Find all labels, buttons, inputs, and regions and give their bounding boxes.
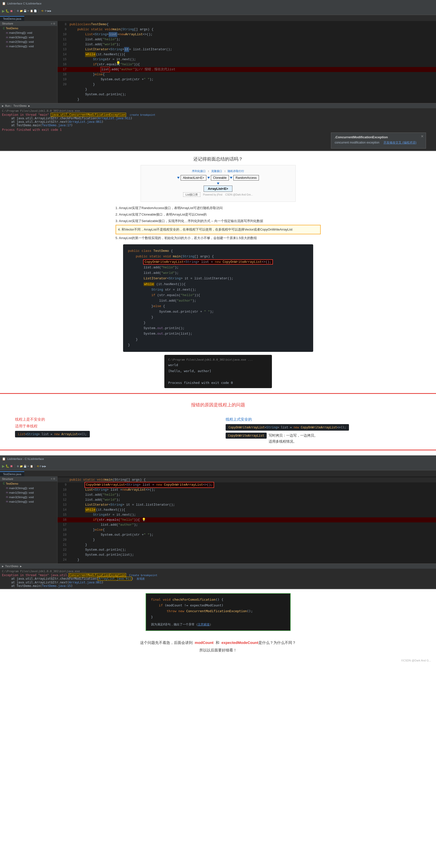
bottom-ide-body: Structure ≡ ⚙ C TestDemo m main3(String[… [0,476,436,563]
run-icon[interactable]: ▶ [2,9,5,13]
bottom-struct-main[interactable]: m main3(String[]): void [0,486,57,490]
b-line-12: 12 list.add("world"); [58,497,436,502]
bottom-line-1: 这个问题先不着急，后面会讲到 modCount 和 expectedModeCo… [10,639,426,646]
lightbulb-icon[interactable]: 💡 [116,61,120,65]
divider-red [0,393,436,394]
diagram-section: 序列化接口 ↑ 克隆接口 ↑ 随机存取行行 AbstractList<E> Cl… [141,165,296,202]
popup-close[interactable]: ✕ [421,134,424,138]
code-line-17: 17 list.add("author"); // 报错，报在次代list [58,67,436,72]
code-line-9: 9 public static void main(String[] args)… [58,27,436,32]
exception-code-block: final void checkForComodification() { if… [146,593,291,631]
note-4-highlight: 4. 和Vector不同，ArrayList不是线程安全的，在单线程下可以使用，… [116,225,321,234]
ide-window-icon: 📋 [2,2,6,5]
info-right: 线程上式安全的 CopyOnWriteArrayList<String> lis… [226,416,421,445]
code-block-1: public class TestDemo { public static vo… [123,244,313,352]
ide-popup: .ConcurrentModificationException ✕ concu… [331,132,426,149]
info-left: 线程上是不安全的 适用于单线程 List<String> list = new … [15,416,211,437]
lightbulb-icon-2[interactable]: 💡 [142,518,146,522]
code-line-11: 11 list.add("hello"); [58,37,436,42]
run-header: ▶ Run: TestDemo ▶ [0,103,436,108]
b-line-24: 24 } [58,557,436,562]
bottom-code-tab[interactable]: TestDemo.java [0,471,24,476]
stop-icon[interactable]: ⏹ [10,9,13,13]
b-line-20: 20 } [58,537,436,542]
bottom-run-header: ▶ TestDemo ▶ [0,564,436,569]
bottom-error-2: at java.util.ArrayList$Itr.checkForModif… [2,577,434,581]
bottom-run-panel: ▶ TestDemo ▶ C:\Program Files\Java\jdk1.… [0,563,436,589]
bottom-struct-main1[interactable]: m main1(String[]): void [0,499,57,504]
ide-window-title: ListInterface C:\ListInterface [7,2,41,5]
watermark: ©CSDN @Dark And G... [0,658,436,665]
bottom-struct-main2[interactable]: m main3(String[]): void [0,495,57,499]
info-left-code: List<String> list = new ArrayList<>(); [15,431,90,437]
run-tab-label[interactable]: Run: TestDemo ▶ [5,104,30,107]
list-notes-section: 1. ArrayList实现了RandomAccess接口，表明ArrayLis… [105,205,331,241]
bottom-run-tab[interactable]: TestDemo ▶ [5,565,22,568]
toolbar-icons: ▶ 🐛 ⏹ ⚙ 📁 💾 ✂ 📋 📄 ⟲ ⟳ ▶▶ [2,9,52,13]
bottom-error-4: at TestDemo.main(TestDemo.java:15) [2,584,434,588]
note-3: 3. ArrayList实现了Serializable接口，实现序列化，序列化到… [116,218,321,224]
bottom-line-2: 所以以后面要好细看！ [10,646,426,654]
code-line-19: 19 System.out.print(str + " "); [58,77,436,82]
structure-item-testdemo[interactable]: C TestDemo [0,26,57,31]
error-line-2: at java.util.ArrayList$Itr.checkForModif… [2,117,434,120]
bottom-code-line-header: public static void main(String[] args) { [58,477,436,483]
b-line-21: 21 } [58,542,436,548]
bottom-code-editor: public static void main(String[] args) {… [58,476,436,563]
note-1: 1. ArrayList实现了RandomAccess接口，表明ArrayLis… [116,205,321,211]
divider-red-2 [0,450,436,451]
structure-item-main1[interactable]: m main1(String[]): void [0,44,57,49]
cowl-label: CopyOnWriteArrayList [226,433,267,439]
b-line-17: 17 list.add("author"); [58,522,436,527]
info-right-code: CopyOnWriteArrayList<String> list = new … [226,424,349,431]
diagram-row2: AbstractList<E> Cloneable RandomAccess [145,175,291,181]
code-line-16: 16 if (str.equals("hello")){ [58,62,436,67]
bottom-ide-window-bar: 📋 ListInterface - C:\\ListInterface [0,455,436,462]
structure-item-main3[interactable]: m main3(String[]): void [0,35,57,39]
run-content: C:\Program Files\Java\jdk1.8.0_301\bin\j… [0,108,436,132]
code-line-blank1: } [58,87,436,92]
section1-question: 还记得前面总结的话吗？ [0,151,436,165]
error-line-1: Exception in thread "main" java.util.Con… [2,113,434,117]
structure-item-main[interactable]: m main(String[]): void [0,31,57,35]
popup-content: concurrent modification exception 开发修改交叉… [335,141,422,145]
bottom-error-3: at java.util.ArrayList$Itr.next(ArrayLis… [2,581,434,584]
structure-item-main2[interactable]: m main2(String[]): void [0,39,57,44]
list-interface-label: List接口类 Powered by jFirst CSDN @Dark And… [145,193,291,196]
code-tab[interactable]: TestDemo.java [0,16,24,21]
run-path: C:\Program Files\Java\jdk1.8.0_301\bin\j… [2,109,434,113]
debug-icon[interactable]: 🐛 [5,9,9,13]
popup-link[interactable]: 开发修改交叉 (编程术语) [383,141,416,144]
diagram-row3: ArrayList<E> [145,183,291,192]
ide-tabs-bar: TestDemo.java [0,15,436,21]
divider-text: 报错的原因是线程上的问题 [0,399,436,411]
info-right-title: 线程上式安全的 [226,416,421,423]
code-line-15: 15 String str = it.next(); [58,57,436,62]
code-editor: 8 public class TestDemo { 9 public stati… [58,21,436,103]
b-line-13: 13 ListIterator<String> it = list.listIt… [58,502,436,507]
bottom-run-content: C:\Program Files\Java\jdk1.8.0_301\bin\j… [0,569,436,589]
diagram-row1: 序列化接口 ↑ 克隆接口 ↑ 随机存取行行 [145,169,291,173]
ide-window-bar: 📋 ListInterface C:\ListInterface [0,0,436,7]
bottom-struct-main3[interactable]: m main1(String[]): void [0,490,57,495]
code-line-13: 13 ListIterator<String> it = list.listIt… [58,47,436,52]
code-line-20: 20 } [58,82,436,87]
run-footer: Process finished with exit code 1 [2,128,434,131]
top-ide-section: 📋 ListInterface C:\ListInterface ▶ 🐛 ⏹ ⚙… [0,0,436,151]
bottom-text-section: 这个问题先不着急，后面会讲到 modCount 和 expectedModeCo… [0,635,436,658]
b-line-16: 16 if (str.equals("hello")){ 💡 [58,518,436,522]
bottom-structure-header: Structure ≡ ⚙ [0,476,57,482]
bottom-ide-toolbar: ▶ 🐛 ⏹ ⚙ 📁 💾 ✂ 📋 ⟲ ⟳ ▶▶ [0,462,436,470]
b-line-18: 18 }else { [58,527,436,532]
bottom-run-path: C:\Program Files\Java\jdk1.8.0_301\bin\j… [2,570,434,573]
bottom-struct-testdemo[interactable]: C TestDemo [0,482,57,486]
error-line-3: at java.util.ArrayList$Itr.next(ArrayLis… [2,120,434,124]
b-line-15: 15 String str = it.next(); [58,513,436,518]
code-line-12: 12 list.add("world"); [58,42,436,47]
info-row: 线程上是不安全的 适用于单线程 List<String> list = new … [15,416,421,445]
popup-title: .ConcurrentModificationException [335,135,422,139]
code-line-18: 18 } else { [58,72,436,77]
code-line-14: 14 while (it.hasNext()){ [58,52,436,57]
code-line-blank3: } [58,97,436,102]
b-line-11: 11 list.add("hello"); [58,492,436,497]
